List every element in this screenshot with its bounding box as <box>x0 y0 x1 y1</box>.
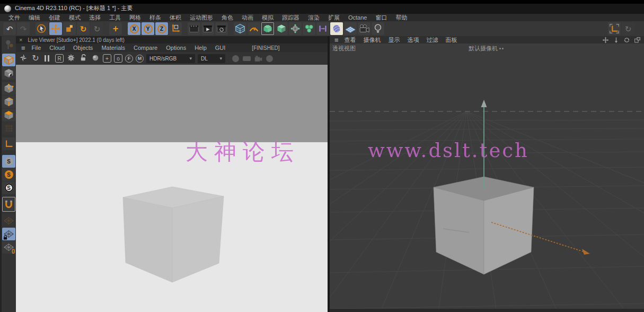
snap-button[interactable] <box>2 197 15 212</box>
generator-star-button[interactable] <box>289 22 302 35</box>
subdivision-surface-button[interactable] <box>275 22 288 35</box>
material-ball-button[interactable] <box>91 54 100 63</box>
uv-grid-button[interactable] <box>2 122 15 135</box>
rotate-tool-button[interactable]: ↻ <box>77 22 90 35</box>
menubar-item[interactable]: 文件 <box>4 14 24 21</box>
menubar-item[interactable]: 模式 <box>65 14 85 21</box>
menubar-item[interactable]: 窗口 <box>371 14 391 21</box>
solo-single-button[interactable]: S <box>2 168 15 181</box>
menubar-item[interactable]: 样条 <box>145 14 165 21</box>
menubar-item[interactable]: 网格 <box>125 14 145 21</box>
deformer-button[interactable] <box>316 22 329 35</box>
menubar-item[interactable]: 渲染 <box>304 14 324 21</box>
menubar-item[interactable]: Octane <box>344 14 371 21</box>
pause-render-button[interactable] <box>43 55 52 62</box>
perspective-viewport[interactable]: 透视视图 默认摄像机 <box>330 44 644 312</box>
menubar-item[interactable]: 模拟 <box>258 14 278 21</box>
model-mode-button[interactable] <box>2 54 15 66</box>
vp-menu-item[interactable]: 摄像机 <box>360 36 385 44</box>
lv-menu-item[interactable]: Objects <box>69 45 97 51</box>
redo-button[interactable]: ↷ <box>17 22 30 35</box>
menubar-item[interactable]: 体积 <box>165 14 186 21</box>
lv-menu-item[interactable]: File <box>28 45 46 51</box>
pan-view-icon[interactable] <box>602 37 609 44</box>
kernel-settings-button[interactable] <box>66 54 76 63</box>
reset-button[interactable]: R <box>55 54 64 63</box>
colorspace-select[interactable]: HDR/sRGB ▾ <box>146 54 195 63</box>
live-viewer-tab[interactable]: × Live Viewer [Studio+] 2022.1 (0 days l… <box>16 36 328 44</box>
lv-menu-item[interactable]: Help <box>190 45 211 51</box>
undo-button[interactable]: ↶ <box>3 22 16 35</box>
dolly-view-icon[interactable] <box>613 37 620 44</box>
point-mode-button[interactable] <box>2 82 15 95</box>
generator-cube-button[interactable] <box>261 22 274 35</box>
last-tool-button[interactable]: ↻ <box>91 22 103 35</box>
menubar-item[interactable]: 扩展 <box>324 14 344 21</box>
vp-menu-item[interactable]: 过滤 <box>423 36 442 44</box>
material-picker-button[interactable]: M <box>136 55 144 63</box>
add-tool-button[interactable]: + <box>109 22 122 35</box>
lock-resolution-button[interactable] <box>78 54 88 63</box>
focus-picker-button[interactable]: F <box>125 55 133 63</box>
lv-menu-item[interactable]: GUI <box>211 45 230 51</box>
hamburger-menu-icon[interactable]: ≡ <box>332 36 341 44</box>
menubar-item[interactable]: 创建 <box>45 14 65 21</box>
menubar-item[interactable]: 工具 <box>105 14 125 21</box>
menubar-item[interactable]: 运动图形 <box>186 14 217 21</box>
render-picture-viewer-button[interactable] <box>201 22 214 35</box>
add-region-button[interactable]: + <box>103 54 111 63</box>
lv-menu-item[interactable]: Materials <box>97 45 129 51</box>
planar-workplane-button[interactable]: () <box>2 241 15 254</box>
solo-off-button[interactable]: S <box>2 155 15 168</box>
move-tool-button[interactable] <box>49 22 62 35</box>
menubar-item[interactable]: 帮助 <box>391 14 411 21</box>
x-axis-lock-button[interactable]: X <box>128 22 140 35</box>
sidebar-top-button[interactable] <box>2 37 15 53</box>
live-viewer-render-area[interactable] <box>16 65 328 312</box>
workplane-mesh-button[interactable] <box>2 214 15 227</box>
render-settings-button[interactable] <box>215 22 228 35</box>
floor-button[interactable] <box>344 22 357 35</box>
lv-menu-item[interactable]: Cloud <box>45 45 69 51</box>
live-selection-button[interactable] <box>36 22 48 35</box>
close-icon[interactable]: × <box>19 37 22 43</box>
coordinate-system-button[interactable] <box>169 22 182 35</box>
lv-menu-item[interactable]: Compare <box>129 45 162 51</box>
texture-mode-button[interactable] <box>2 67 15 80</box>
lv-menu-item[interactable]: Options <box>162 45 190 51</box>
vp-menu-item[interactable]: 显示 <box>385 36 404 44</box>
render-view-button[interactable] <box>188 22 200 35</box>
camera-name-text: 默认摄像机 <box>469 45 498 53</box>
object-picker-button[interactable]: o <box>114 54 122 63</box>
rotate-view-icon[interactable] <box>623 37 630 44</box>
octane-star-button[interactable] <box>19 54 28 63</box>
menubar-item[interactable]: 角色 <box>217 14 237 21</box>
solo-hierarchy-button[interactable]: S <box>2 181 15 194</box>
render-mode-select[interactable]: DL ▾ <box>198 54 225 63</box>
z-axis-lock-button[interactable]: Z <box>155 22 168 35</box>
environment-button[interactable] <box>330 22 343 35</box>
restart-render-button[interactable]: ↻ <box>31 54 40 63</box>
y-axis-lock-button[interactable]: Y <box>142 22 154 35</box>
workplane-button[interactable] <box>608 22 621 35</box>
mograph-button[interactable] <box>303 22 315 35</box>
edge-mode-button[interactable] <box>2 96 15 108</box>
polygon-mode-button[interactable] <box>2 109 15 122</box>
menubar-item[interactable]: 跟踪器 <box>278 14 304 21</box>
light-button[interactable] <box>372 22 384 35</box>
vp-menu-item[interactable]: 选项 <box>404 36 423 44</box>
toggle-layout-icon[interactable] <box>634 37 641 44</box>
camera-button[interactable] <box>358 22 370 35</box>
snap-cycle-button[interactable]: ↻ <box>622 22 634 35</box>
vp-menu-item[interactable]: 查看 <box>341 36 360 44</box>
primitive-cube-button[interactable] <box>234 22 246 35</box>
scale-tool-button[interactable] <box>63 22 76 35</box>
vp-menu-item[interactable]: 面板 <box>442 36 461 44</box>
pen-spline-button[interactable] <box>248 22 260 35</box>
lock-workplane-button[interactable] <box>2 228 15 240</box>
hamburger-menu-icon[interactable]: ≡ <box>19 44 28 52</box>
menubar-item[interactable]: 选择 <box>85 14 105 21</box>
axis-mode-button[interactable] <box>2 137 15 150</box>
menubar-item[interactable]: 动画 <box>237 14 258 21</box>
menubar-item[interactable]: 编辑 <box>24 14 45 21</box>
